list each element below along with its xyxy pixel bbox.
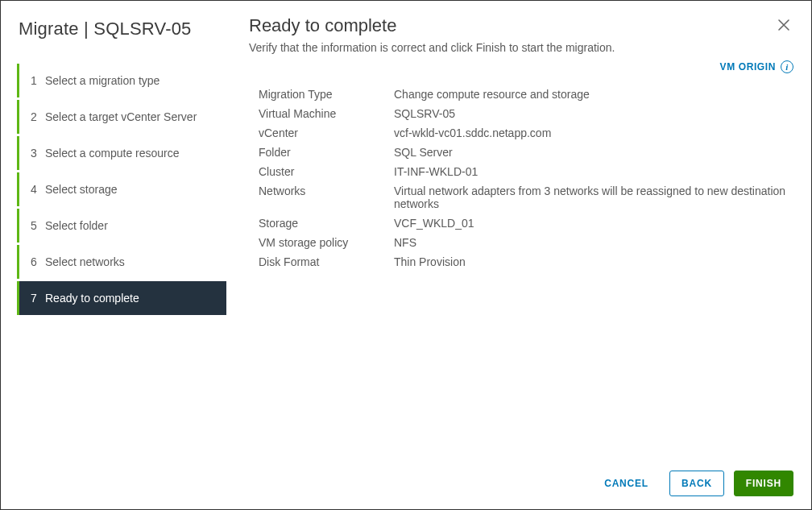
step-networks[interactable]: 6 Select networks xyxy=(17,245,226,279)
summary-table: Migration Type Change compute resource a… xyxy=(259,85,793,272)
summary-row-vm-storage-policy: VM storage policy NFS xyxy=(259,233,793,252)
step-migration-type[interactable]: 1 Select a migration type xyxy=(17,64,226,97)
summary-row-migration-type: Migration Type Change compute resource a… xyxy=(259,85,793,104)
wizard-main: Ready to complete Verify that the inform… xyxy=(226,1,811,509)
vm-origin-row: VM ORIGIN i xyxy=(249,60,793,73)
migrate-wizard: Migrate | SQLSRV-05 1 Select a migration… xyxy=(1,1,811,509)
step-folder[interactable]: 5 Select folder xyxy=(17,209,226,243)
summary-row-storage: Storage VCF_WKLD_01 xyxy=(259,214,793,233)
summary-row-folder: Folder SQL Server xyxy=(259,143,793,162)
step-target-vcenter[interactable]: 2 Select a target vCenter Server xyxy=(17,100,226,134)
wizard-sidebar: Migrate | SQLSRV-05 1 Select a migration… xyxy=(1,1,226,509)
step-storage[interactable]: 4 Select storage xyxy=(17,172,226,206)
wizard-title: Migrate | SQLSRV-05 xyxy=(17,15,226,54)
summary-row-virtual-machine: Virtual Machine SQLSRV-05 xyxy=(259,104,793,123)
wizard-footer: CANCEL BACK FINISH xyxy=(249,461,793,496)
vm-origin-link[interactable]: VM ORIGIN i xyxy=(720,60,793,73)
summary-row-disk-format: Disk Format Thin Provision xyxy=(259,252,793,272)
main-header: Ready to complete xyxy=(249,15,793,41)
info-icon: i xyxy=(781,60,793,73)
step-list: 1 Select a migration type 2 Select a tar… xyxy=(17,64,226,315)
back-button[interactable]: BACK xyxy=(669,471,724,496)
finish-button[interactable]: FINISH xyxy=(734,471,793,496)
close-icon[interactable] xyxy=(774,15,793,35)
summary-row-vcenter: vCenter vcf-wkld-vc01.sddc.netapp.com xyxy=(259,123,793,143)
step-compute-resource[interactable]: 3 Select a compute resource xyxy=(17,136,226,170)
summary-row-networks: Networks Virtual network adapters from 3… xyxy=(259,181,793,214)
summary-row-cluster: Cluster IT-INF-WKLD-01 xyxy=(259,162,793,181)
page-subtitle: Verify that the information is correct a… xyxy=(249,41,793,54)
page-title: Ready to complete xyxy=(249,15,396,36)
step-ready-to-complete[interactable]: 7 Ready to complete xyxy=(17,281,226,315)
cancel-button[interactable]: CANCEL xyxy=(593,471,660,495)
